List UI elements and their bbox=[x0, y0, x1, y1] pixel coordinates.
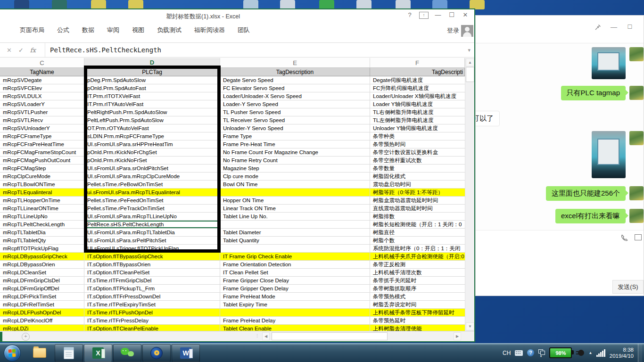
cell-tagname[interactable]: mRcpLDFrRelTimSet bbox=[0, 301, 84, 308]
cell-tagdescription-cn[interactable]: 上料机械手清理次数 bbox=[370, 269, 465, 276]
cell-tagdescription[interactable]: Loader/Unloader-X Servo Speed bbox=[220, 92, 370, 100]
cell-tagdescription-cn[interactable]: 树脂个数 bbox=[370, 237, 465, 244]
desktop-icon[interactable] bbox=[356, 0, 372, 9]
cell-tagdescription-cn[interactable]: 上料机械手条带压板下降停留延时 bbox=[370, 309, 465, 316]
cell-tagname[interactable]: mRcpTLHopperOnTime bbox=[0, 197, 84, 204]
cell-tagname[interactable]: mRcpSVLDULX bbox=[0, 92, 84, 100]
desktop-icon[interactable] bbox=[243, 0, 258, 9]
cell-tagdescription-cn[interactable]: 条带空计数设置以更换料盒 bbox=[370, 148, 465, 156]
voice-call-icon[interactable] bbox=[620, 234, 628, 242]
table-row[interactable]: mRcpLDFrmGripClsDel IT.sTime.rITFrmGripC… bbox=[0, 277, 465, 285]
close-icon[interactable]: ✕ bbox=[461, 11, 470, 19]
sign-in-link[interactable]: 登录 bbox=[447, 26, 459, 35]
outgoing-bubble[interactable]: 只有PLC tagmap bbox=[561, 86, 626, 100]
clock[interactable]: 8:38 2019/4/10 bbox=[610, 347, 634, 359]
cell-plctag[interactable]: IT.sOption.fITBypassGripCheck bbox=[84, 253, 220, 260]
cell-tagdescription-cn[interactable]: 条带预热时间 bbox=[370, 140, 465, 148]
table-row[interactable]: mRcpLDZi IT.sOption.fITCleanPelEnable Ta… bbox=[0, 325, 465, 331]
table-row[interactable]: mRcpTLTabletQty UI.sFromUI.sPara.srPeltP… bbox=[0, 237, 465, 245]
taskbar-item-compass-app[interactable] bbox=[142, 344, 171, 362]
cell-tagname[interactable]: mRcpTLEqualinteral bbox=[0, 189, 84, 196]
cell-tagdescription-cn[interactable]: 条带预热模式 bbox=[370, 293, 465, 300]
column-letter-E[interactable]: E bbox=[220, 58, 370, 67]
cell-tagname[interactable]: mRcpSVTLRecv bbox=[0, 116, 84, 124]
column-header[interactable]: TagDescription bbox=[220, 68, 370, 76]
pin-icon[interactable] bbox=[592, 21, 604, 33]
cell-tagdescription[interactable]: Frame Gripper Close Delay bbox=[220, 277, 370, 284]
help-tray-icon[interactable]: ? bbox=[527, 349, 534, 356]
cell-tagdescription-cn[interactable]: 上料树脂去清理使能 bbox=[370, 325, 465, 331]
cell-tagname[interactable]: mRcpTLLinearONTime bbox=[0, 205, 84, 212]
desktop-icon[interactable] bbox=[52, 0, 67, 9]
cell-tagdescription[interactable]: TL Pusher Servo Speed bbox=[220, 108, 370, 116]
cell-tagdescription-cn[interactable]: Loader/Unloader X轴伺服电机速度 bbox=[370, 92, 465, 100]
table-row[interactable]: mRcpTLTabletDia UI.sFromUI.sPara.mRcpTLT… bbox=[0, 229, 465, 237]
cell-tagdescription[interactable]: TL Receiver Servo Speed bbox=[220, 116, 370, 124]
cell-tagname[interactable]: mRcpLDBypassGripCheck bbox=[0, 253, 84, 260]
table-row[interactable]: mRcpTLBowlONTime Pellet.sTime.rPeBowlOnT… bbox=[0, 181, 465, 189]
table-row[interactable]: mRcpLDFrRelTimSet IT.sTime.rITPelExpiryT… bbox=[0, 301, 465, 309]
vertical-scroll-thumb[interactable] bbox=[466, 67, 474, 82]
cell-tagname[interactable]: mRcpLDFrmGripOffDel bbox=[0, 285, 84, 292]
cell-tagdescription-cn[interactable]: 系统防混批时序（0：开启；1：关闭 bbox=[370, 245, 465, 252]
table-row[interactable]: mRcpSVDegate pDeg.Prm.SpdAutoSlow Degate… bbox=[0, 76, 465, 84]
screen-share-icon[interactable] bbox=[635, 234, 642, 240]
battery-indicator[interactable]: 98% bbox=[549, 347, 572, 358]
table-row[interactable]: mRcpSVLDULX IT.Prm.rITOTXVelFast Loader/… bbox=[0, 92, 465, 100]
cell-tagdescription[interactable]: IT Clean Pellet Set bbox=[220, 269, 370, 276]
table-row[interactable]: mRcpSVTLRecv PeltLeftPush.Prm.SpdAutoSlo… bbox=[0, 116, 465, 124]
formula-input[interactable]: PeltRece.sHS.PeltCheckLength bbox=[45, 46, 468, 54]
cell-plctag[interactable]: IT.sTime.rITFrPressDelay bbox=[84, 317, 220, 324]
desktop-icon[interactable] bbox=[470, 0, 485, 9]
horizontal-scroll-thumb[interactable] bbox=[272, 332, 388, 340]
table-row[interactable]: mRcpTLEqualinteral ui.sFromUI.sPara.mRcp… bbox=[0, 189, 465, 197]
desktop-icon[interactable] bbox=[280, 0, 295, 9]
active-sheet-tab[interactable] bbox=[0, 332, 2, 341]
maximize-icon[interactable]: ☐ bbox=[624, 21, 636, 33]
cell-tagname[interactable]: mRcpSVDegate bbox=[0, 76, 84, 84]
cell-tagdescription-cn[interactable]: TL左侧树脂升降电机速度 bbox=[370, 116, 465, 124]
spreadsheet-grid[interactable]: CDEF TagNamePLCTagTagDescriptionTagDescr… bbox=[0, 58, 465, 331]
cell-plctag[interactable]: IT.sOption.fITCleanPelEnable bbox=[84, 325, 220, 331]
ribbon-tab[interactable]: 福昕阅读器 bbox=[194, 26, 225, 34]
cell-plctag[interactable]: IT.sTime.rITLFPushOpnDel bbox=[84, 309, 220, 316]
cell-tagdescription[interactable] bbox=[220, 189, 370, 196]
cell-tagname[interactable]: mRcpTLBowlONTime bbox=[0, 181, 84, 188]
cell-tagdescription[interactable] bbox=[220, 245, 370, 252]
table-row[interactable]: mRcpFCMagFrameStopCount pOnld.Prm.rKickN… bbox=[0, 148, 465, 156]
ribbon-tab[interactable]: 负载测试 bbox=[157, 26, 182, 34]
table-row[interactable]: mRcpTLPeltCheckLength PeltRece.sHS.PeltC… bbox=[0, 221, 465, 229]
cell-tagdescription[interactable]: Linear Track ON Time bbox=[220, 205, 370, 212]
cell-tagname[interactable]: mRcpTLPeltCheckLength bbox=[0, 221, 84, 228]
cell-tagdescription[interactable]: Frame PreHeat Mode bbox=[220, 293, 370, 300]
cell-tagdescription[interactable]: Tablet Clean Enable bbox=[220, 325, 370, 331]
cell-tagname[interactable]: mRcpTLTabletQty bbox=[0, 237, 84, 244]
desktop-icon[interactable] bbox=[396, 0, 411, 9]
cell-tagdescription-cn[interactable]: 条带种类 bbox=[370, 132, 465, 140]
cell-tagdescription-cn[interactable]: 条带数量 bbox=[370, 165, 465, 172]
insert-function-icon[interactable]: fx bbox=[30, 47, 36, 54]
outgoing-bubble[interactable]: 这里面也只能建256个 bbox=[546, 186, 626, 201]
table-row[interactable]: mRcpLDCleanSet IT.sOption.fITCleanPelSet… bbox=[0, 269, 465, 277]
cell-plctag[interactable]: IT.sTime.rITFrmGripClsDel bbox=[84, 277, 220, 284]
cell-tagdescription[interactable]: Bowl ON Time bbox=[220, 181, 370, 188]
cell-tagdescription[interactable]: FC Elevator Servo Speed bbox=[220, 84, 370, 92]
cell-tagdescription-cn[interactable]: Unloader Y轴伺服电机速度 bbox=[370, 124, 465, 132]
taskbar-item-excel[interactable]: X bbox=[84, 344, 112, 362]
cell-tagdescription[interactable]: IT Frame Grip Check Enable bbox=[220, 253, 370, 260]
incoming-bubble[interactable]: 来就可以了 bbox=[476, 111, 500, 126]
cell-tagname[interactable]: mRcpSVLoaderY bbox=[0, 100, 84, 108]
cell-tagdescription-cn[interactable]: 树脂直径 bbox=[370, 229, 465, 236]
table-row[interactable]: mRcpLDPelKnoclOff IT.sTime.rITFrPressDel… bbox=[0, 317, 465, 325]
taskbar-item-wechat[interactable] bbox=[113, 344, 141, 362]
send-button[interactable]: 发送(S) bbox=[612, 280, 644, 294]
cell-tagdescription-cn[interactable]: 树脂丢弃设定时间 bbox=[370, 301, 465, 308]
ribbon-tab[interactable]: 公式 bbox=[57, 26, 69, 34]
cell-tagdescription-cn[interactable]: 条带空推杆重试次数 bbox=[370, 156, 465, 164]
cell-tagname[interactable]: mRcpfITOTPickUpFlag bbox=[0, 245, 84, 252]
cell-tagdescription[interactable]: Degate Servo Speed bbox=[220, 76, 370, 84]
cell-tagdescription[interactable]: Magazine Step bbox=[220, 165, 370, 172]
cell-tagname[interactable]: mRcpTLTabletDia bbox=[0, 229, 84, 236]
start-button[interactable] bbox=[4, 345, 21, 362]
desktop-icon[interactable] bbox=[14, 0, 29, 9]
